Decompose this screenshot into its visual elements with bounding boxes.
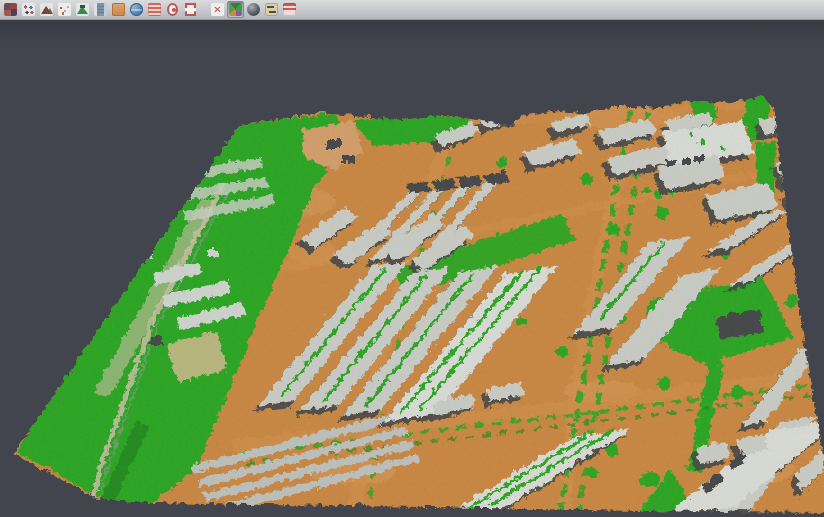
red-list-button[interactable] — [146, 1, 163, 18]
globe-button[interactable] — [128, 1, 145, 18]
vegetation-hill-button[interactable] — [74, 1, 91, 18]
selection-box-icon — [185, 3, 196, 16]
toolbar-separator — [200, 1, 208, 18]
terrain-hill-button[interactable] — [38, 1, 55, 18]
vegetation-hill-icon — [76, 3, 89, 16]
orange-swatch-icon — [112, 3, 125, 16]
red-cross-button[interactable] — [209, 1, 226, 18]
measure-xy-icon — [265, 3, 278, 16]
viewport-3d[interactable] — [0, 20, 824, 517]
scatter-points-button[interactable] — [20, 1, 37, 18]
classification-palette-icon — [229, 3, 242, 16]
red-list-icon — [148, 3, 161, 16]
raster-tiles-button[interactable] — [2, 1, 19, 18]
app-window — [0, 0, 824, 517]
red-cross-icon — [211, 3, 224, 16]
raster-tiles-icon — [4, 3, 17, 16]
red-stripes-button[interactable] — [281, 1, 298, 18]
ruler-icon — [94, 3, 107, 16]
target-icon — [167, 3, 178, 16]
toolbar — [0, 0, 824, 20]
measure-xy-button[interactable] — [263, 1, 280, 18]
point-grid-button[interactable] — [56, 1, 73, 18]
red-stripes-icon — [283, 3, 296, 16]
point-cloud-scene — [0, 0, 824, 517]
classification-palette-button[interactable] — [227, 1, 244, 18]
orange-swatch-button[interactable] — [110, 1, 127, 18]
scatter-points-icon — [22, 3, 35, 16]
target-button[interactable] — [164, 1, 181, 18]
speckle-noise-layer — [0, 85, 824, 517]
point-grid-icon — [58, 3, 71, 16]
globe-icon — [130, 3, 143, 16]
terrain-mesh — [0, 80, 824, 517]
ruler-button[interactable] — [92, 1, 109, 18]
selection-box-button[interactable] — [182, 1, 199, 18]
sphere-icon — [247, 3, 260, 16]
terrain-hill-icon — [40, 3, 53, 16]
sphere-button[interactable] — [245, 1, 262, 18]
